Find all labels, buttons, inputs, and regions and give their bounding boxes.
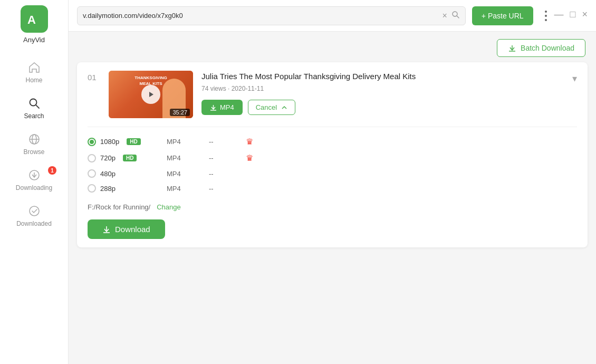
video-header: 01 ThanksgivingMeal Kits 35:27: [88, 71, 577, 118]
clear-url-button[interactable]: ×: [443, 12, 447, 20]
topbar: v.dailymotion.com/video/x7xg0k0 × + Past…: [69, 0, 596, 32]
url-display: v.dailymotion.com/video/x7xg0k0: [83, 12, 438, 20]
app-logo-icon: A: [21, 5, 48, 33]
radio-720p[interactable]: [88, 154, 96, 162]
download-button-icon: [102, 225, 111, 234]
size-1080p: --: [209, 138, 241, 146]
quality-radio-1080p[interactable]: 1080p HD: [88, 138, 156, 146]
search-icon: [27, 97, 41, 110]
minimize-button[interactable]: —: [554, 9, 564, 22]
quality-label-1080p: 1080p: [100, 138, 119, 146]
window-controls: — □ ×: [544, 9, 588, 22]
size-720p: --: [209, 154, 241, 162]
svg-line-2: [36, 105, 39, 108]
mp4-download-icon: [210, 104, 217, 111]
maximize-button[interactable]: □: [570, 9, 576, 22]
menu-icon[interactable]: [544, 9, 548, 22]
quality-label-288p: 288p: [100, 185, 116, 193]
hd-badge-720p: HD: [123, 155, 137, 161]
video-title: Julia Tries The Most Popular Thanksgivin…: [201, 71, 564, 82]
app-name: AnyVid: [23, 36, 45, 44]
download-button-label: Download: [115, 225, 150, 234]
batch-download-icon: [508, 44, 516, 52]
cancel-button[interactable]: Cancel: [248, 100, 295, 115]
quality-row-1080p: 1080p HD MP4 -- ♛: [88, 133, 577, 150]
sidebar-item-downloading[interactable]: 1 Downloading: [0, 162, 68, 198]
paste-url-button[interactable]: + Paste URL: [472, 6, 533, 25]
quality-radio-288p[interactable]: 288p: [88, 184, 156, 193]
format-1080p: MP4: [167, 138, 209, 146]
format-288p: MP4: [167, 185, 209, 193]
sidebar-item-label-downloaded: Downloaded: [16, 220, 52, 227]
home-icon: [27, 61, 41, 74]
quality-options: 1080p HD MP4 -- ♛ 720p HD MP4 -- ♛: [88, 127, 577, 239]
sidebar-item-label-search: Search: [24, 112, 44, 120]
cancel-btn-label: Cancel: [256, 103, 277, 111]
logo-area: A AnyVid: [21, 5, 48, 44]
batch-download-area: Batch Download: [69, 32, 596, 62]
play-icon: [147, 91, 155, 98]
size-288p: --: [209, 185, 241, 193]
premium-icon-720p: ♛: [246, 153, 253, 163]
downloaded-icon: [27, 204, 41, 218]
size-480p: --: [209, 170, 241, 178]
quality-radio-480p[interactable]: 480p: [88, 169, 156, 178]
radio-1080p[interactable]: [88, 138, 96, 146]
downloading-icon: [27, 168, 41, 182]
video-thumbnail[interactable]: ThanksgivingMeal Kits 35:27: [109, 71, 193, 118]
svg-text:A: A: [27, 13, 36, 26]
sidebar-item-label-home: Home: [25, 76, 42, 84]
chevron-up-icon: [281, 104, 287, 111]
format-480p: MP4: [167, 170, 209, 178]
video-actions: MP4 Cancel: [201, 100, 564, 115]
quality-radio-720p[interactable]: 720p HD: [88, 154, 156, 162]
sidebar-item-downloaded[interactable]: Downloaded: [0, 198, 68, 234]
mp4-btn-label: MP4: [220, 103, 234, 111]
video-duration: 35:27: [170, 109, 190, 116]
radio-288p[interactable]: [88, 184, 96, 193]
svg-point-8: [30, 206, 39, 216]
sidebar-item-home[interactable]: Home: [0, 54, 68, 90]
change-path-button[interactable]: Change: [157, 203, 181, 211]
save-path-row: F:/Rock for Running/ Change: [88, 203, 577, 211]
sidebar-item-label-browse: Browse: [23, 148, 44, 156]
quality-row-480p: 480p MP4 --: [88, 166, 577, 181]
quality-label-720p: 720p: [100, 154, 116, 162]
svg-marker-13: [149, 92, 153, 97]
url-search-icon[interactable]: [451, 11, 460, 21]
mp4-download-button[interactable]: MP4: [201, 100, 243, 115]
download-button[interactable]: Download: [88, 219, 165, 239]
close-button[interactable]: ×: [582, 9, 588, 22]
sidebar-item-label-downloading: Downloading: [16, 184, 52, 191]
video-index: 01: [88, 71, 100, 82]
video-info: Julia Tries The Most Popular Thanksgivin…: [201, 71, 564, 115]
sidebar: A AnyVid Home Search Browse 1: [0, 0, 69, 364]
sidebar-item-search[interactable]: Search: [0, 90, 68, 126]
browse-icon: [27, 132, 41, 146]
premium-icon-1080p: ♛: [246, 137, 253, 147]
svg-line-10: [457, 16, 459, 18]
save-path-text: F:/Rock for Running/: [88, 203, 150, 211]
quality-row-288p: 288p MP4 --: [88, 181, 577, 196]
video-card: 01 ThanksgivingMeal Kits 35:27: [77, 62, 588, 247]
quality-row-720p: 720p HD MP4 -- ♛: [88, 150, 577, 166]
quality-label-480p: 480p: [100, 170, 116, 178]
play-button[interactable]: [141, 85, 160, 104]
url-input-wrap[interactable]: v.dailymotion.com/video/x7xg0k0 ×: [77, 6, 466, 25]
expand-icon[interactable]: ▾: [572, 71, 577, 84]
batch-download-button[interactable]: Batch Download: [497, 39, 585, 57]
hd-badge-1080p: HD: [127, 138, 140, 145]
sidebar-item-browse[interactable]: Browse: [0, 126, 68, 162]
batch-download-label: Batch Download: [521, 44, 574, 52]
main-content: v.dailymotion.com/video/x7xg0k0 × + Past…: [69, 0, 596, 364]
radio-480p[interactable]: [88, 169, 96, 178]
format-720p: MP4: [167, 154, 209, 162]
radio-dot-1080p: [90, 140, 94, 144]
downloading-badge: 1: [48, 166, 56, 175]
video-meta: 74 views · 2020-11-11: [201, 85, 564, 92]
